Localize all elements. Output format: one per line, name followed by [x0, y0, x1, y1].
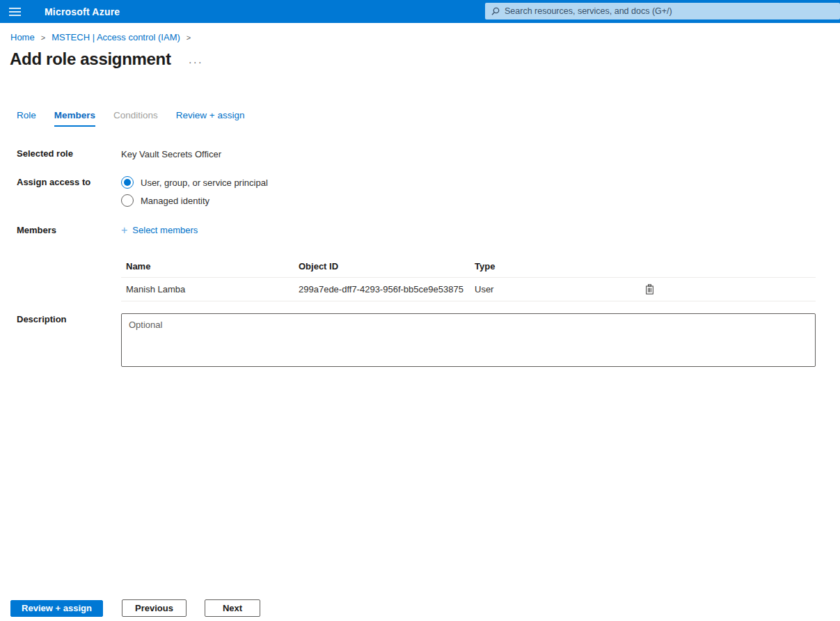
member-type: User [475, 284, 645, 294]
member-object-id: 299a7ede-dff7-4293-956f-bb5ce9e53875 [299, 284, 475, 294]
select-members-link[interactable]: + Select members [121, 225, 198, 235]
breadcrumb-home-link[interactable]: Home [10, 32, 35, 42]
column-header-object-id: Object ID [299, 261, 475, 272]
assign-access-label: Assign access to [17, 176, 121, 187]
brand-title[interactable]: Microsoft Azure [45, 0, 120, 23]
tab-conditions[interactable]: Conditions [113, 110, 158, 127]
breadcrumb: Home > MSTECH | Access control (IAM) > [10, 32, 191, 42]
azure-portal-page: Microsoft Azure Home > MSTECH | Access c… [0, 0, 840, 621]
chevron-right-icon: > [41, 33, 45, 42]
radio-unselected-icon[interactable] [121, 194, 134, 207]
top-bar: Microsoft Azure [0, 0, 840, 23]
selected-role-row: Selected role Key Vault Secrets Officer [17, 148, 221, 160]
tab-role[interactable]: Role [17, 110, 36, 127]
more-options-icon[interactable]: ··· [189, 56, 203, 67]
hamburger-menu-button[interactable] [0, 0, 29, 23]
trash-icon [645, 284, 654, 294]
hamburger-icon [9, 6, 21, 18]
column-header-type: Type [475, 261, 645, 272]
review-assign-button[interactable]: Review + assign [10, 600, 103, 617]
description-label: Description [17, 313, 121, 324]
tab-review-assign[interactable]: Review + assign [176, 110, 245, 127]
search-icon [491, 7, 500, 16]
assign-access-row: Assign access to User, group, or service… [17, 176, 268, 212]
member-name: Manish Lamba [121, 284, 299, 294]
radio-selected-icon[interactable] [121, 176, 134, 189]
breadcrumb-iam-link[interactable]: MSTECH | Access control (IAM) [51, 32, 180, 42]
radio-option-label: User, group, or service principal [141, 178, 268, 188]
table-header-row: Name Object ID Type [121, 255, 816, 278]
chevron-right-icon: > [187, 33, 191, 42]
radio-option-managed-identity[interactable]: Managed identity [121, 194, 268, 207]
radio-option-user-group[interactable]: User, group, or service principal [121, 176, 268, 189]
selected-role-label: Selected role [17, 148, 121, 159]
select-members-label: Select members [132, 225, 198, 235]
table-row: Manish Lamba 299a7ede-dff7-4293-956f-bb5… [121, 278, 816, 301]
radio-option-label: Managed identity [141, 196, 209, 206]
plus-icon: + [121, 226, 127, 235]
members-table: Name Object ID Type Manish Lamba 299a7ed… [121, 255, 816, 301]
global-search-box[interactable] [485, 3, 840, 19]
search-input[interactable] [505, 3, 840, 19]
column-header-name: Name [121, 261, 299, 272]
tab-members[interactable]: Members [54, 110, 95, 127]
title-row: Add role assignment ··· [10, 49, 203, 69]
description-textarea[interactable] [121, 313, 816, 367]
selected-role-value: Key Vault Secrets Officer [121, 149, 221, 159]
members-label: Members [17, 224, 121, 235]
members-row: Members + Select members Name Object ID … [17, 224, 816, 301]
next-button[interactable]: Next [205, 599, 260, 617]
previous-button[interactable]: Previous [122, 599, 187, 617]
page-title: Add role assignment [10, 49, 171, 69]
delete-member-button[interactable] [645, 284, 656, 295]
tab-bar: Role Members Conditions Review + assign [17, 110, 245, 127]
footer-actions: Review + assign Previous Next [10, 599, 260, 617]
description-row: Description [17, 313, 816, 370]
